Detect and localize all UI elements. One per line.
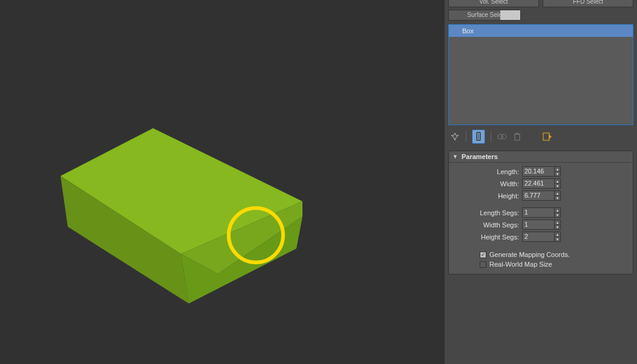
dropdown-icon: ▼ bbox=[452, 154, 458, 160]
svg-rect-9 bbox=[515, 134, 520, 140]
configure-modifier-sets-icon[interactable] bbox=[542, 131, 553, 142]
height-segs-spin-up[interactable]: ▲ bbox=[555, 232, 560, 237]
delete-modifier-icon[interactable] bbox=[512, 131, 523, 142]
command-panel: Vol. Select FFD Select Surface Sele Box bbox=[445, 0, 637, 364]
generate-mapping-label: Generate Mapping Coords. bbox=[489, 251, 570, 258]
width-spin-down[interactable]: ▼ bbox=[555, 184, 560, 188]
height-segs-input[interactable]: 2 bbox=[522, 232, 555, 242]
parameters-rollout-header[interactable]: ▼ Parameters bbox=[449, 151, 633, 163]
height-spin-up[interactable]: ▲ bbox=[555, 191, 560, 196]
real-world-checkbox[interactable] bbox=[480, 261, 486, 268]
make-unique-icon[interactable] bbox=[497, 131, 508, 142]
height-segs-spinner[interactable]: 2 ▲▼ bbox=[522, 232, 561, 242]
rollout-title: Parameters bbox=[462, 153, 498, 160]
height-label: Height: bbox=[452, 192, 522, 200]
rollout-grip[interactable] bbox=[448, 146, 633, 149]
svg-marker-0 bbox=[0, 0, 24, 12]
width-segs-spinner[interactable]: 1 ▲▼ bbox=[522, 219, 561, 230]
width-segs-label: Width Segs: bbox=[452, 221, 522, 229]
generate-mapping-checkbox[interactable]: ✓ bbox=[480, 252, 486, 258]
height-input[interactable]: 6.777 bbox=[522, 190, 555, 201]
length-spin-down[interactable]: ▼ bbox=[555, 172, 560, 176]
viewport[interactable] bbox=[0, 0, 445, 364]
modifier-stack[interactable]: Box bbox=[448, 24, 633, 125]
width-spin-up[interactable]: ▲ bbox=[555, 179, 560, 184]
length-segs-input[interactable]: 1 bbox=[522, 207, 555, 218]
width-input[interactable]: 22.461 bbox=[522, 178, 555, 189]
pin-stack-icon[interactable] bbox=[449, 131, 460, 142]
width-segs-input[interactable]: 1 bbox=[522, 219, 555, 230]
width-spinner[interactable]: 22.461 ▲▼ bbox=[522, 178, 561, 189]
length-segs-spin-up[interactable]: ▲ bbox=[555, 208, 560, 213]
width-label: Width: bbox=[452, 180, 522, 187]
width-segs-spin-down[interactable]: ▼ bbox=[555, 225, 560, 229]
length-input[interactable]: 20.146 bbox=[522, 166, 555, 177]
modifier-stack-toolbar bbox=[448, 129, 633, 145]
height-spinner[interactable]: 6.777 ▲▼ bbox=[522, 190, 561, 201]
svg-rect-12 bbox=[543, 133, 549, 140]
modifier-item-box[interactable]: Box bbox=[449, 25, 633, 37]
length-segs-label: Length Segs: bbox=[452, 209, 522, 216]
surface-select-label: Surface Sele bbox=[467, 11, 501, 18]
corner-decoration bbox=[0, 0, 42, 37]
height-spin-down[interactable]: ▼ bbox=[555, 196, 560, 200]
real-world-label: Real-World Map Size bbox=[489, 261, 552, 268]
length-segs-spin-down[interactable]: ▼ bbox=[555, 213, 560, 217]
length-spinner[interactable]: 20.146 ▲▼ bbox=[522, 166, 561, 177]
width-segs-spin-up[interactable]: ▲ bbox=[555, 220, 560, 225]
vol-select-button[interactable]: Vol. Select bbox=[448, 0, 539, 7]
selection-ring bbox=[227, 206, 285, 264]
ffd-select-button[interactable]: FFD Select bbox=[543, 0, 633, 7]
length-spin-up[interactable]: ▲ bbox=[555, 167, 560, 172]
box-mesh[interactable] bbox=[30, 103, 333, 333]
length-segs-spinner[interactable]: 1 ▲▼ bbox=[522, 207, 561, 218]
svg-point-8 bbox=[501, 134, 506, 139]
length-label: Length: bbox=[452, 168, 522, 175]
height-segs-label: Height Segs: bbox=[452, 233, 522, 241]
rollout-handle-icon bbox=[626, 155, 629, 158]
surface-select-button[interactable]: Surface Sele bbox=[448, 10, 521, 21]
show-end-result-icon[interactable] bbox=[472, 129, 485, 144]
parameters-rollout: ▼ Parameters Length: 20.146 ▲▼ Width: 22… bbox=[448, 151, 633, 275]
height-segs-spin-down[interactable]: ▼ bbox=[555, 237, 560, 241]
